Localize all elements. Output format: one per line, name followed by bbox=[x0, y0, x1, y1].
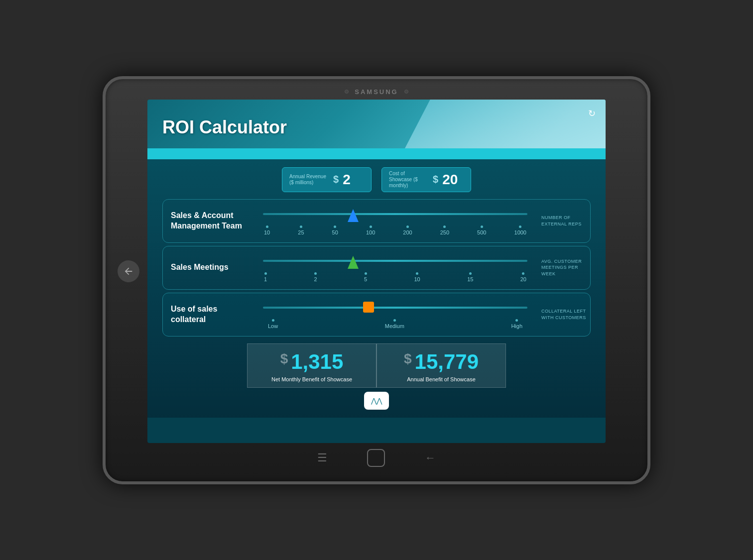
slider-track-container-sales-team[interactable] bbox=[263, 207, 527, 222]
result-monthly: $ 1,315 Net Monthly Benefit of Showcase bbox=[247, 343, 376, 388]
tick-m15: 15 bbox=[467, 272, 473, 282]
device-camera-left bbox=[345, 90, 349, 94]
menu-button[interactable]: ☰ bbox=[317, 451, 327, 464]
result-annual-dollar-row: $ 15,779 bbox=[404, 350, 479, 374]
tick-m5: 5 bbox=[364, 272, 367, 282]
results-row: $ 1,315 Net Monthly Benefit of Showcase … bbox=[162, 343, 591, 388]
back-nav-button[interactable]: ← bbox=[425, 451, 436, 464]
slider-thumb-sales-team[interactable] bbox=[348, 209, 359, 222]
tick-25: 25 bbox=[298, 225, 304, 235]
result-monthly-dollar: $ bbox=[280, 351, 288, 367]
slider-track-container-meetings[interactable] bbox=[263, 253, 527, 268]
app-header: ROI Calculator ↻ bbox=[147, 100, 606, 159]
annual-revenue-label: Annual Revenue ($ millions) bbox=[289, 174, 329, 186]
tick-medium: Medium bbox=[385, 319, 404, 329]
result-monthly-value: 1,315 bbox=[291, 350, 343, 374]
slider-thumb-meetings[interactable] bbox=[348, 256, 359, 269]
tick-high: High bbox=[511, 319, 522, 329]
slider-side-label-collateral: COLLATERAL LEFT WITH CUSTOMERS bbox=[535, 308, 590, 321]
app-content: Annual Revenue ($ millions) $ 2 Cost of … bbox=[147, 159, 606, 418]
slider-label-collateral: Use of sales collateral bbox=[163, 295, 255, 334]
device-brand: SAMSUNG bbox=[355, 88, 398, 96]
tick-1000: 1000 bbox=[514, 225, 526, 235]
slider-track-collateral bbox=[263, 307, 527, 309]
result-annual-label: Annual Benefit of Showcase bbox=[407, 376, 476, 383]
result-annual-value: 15,779 bbox=[415, 350, 479, 374]
cost-showcase-value: 20 bbox=[442, 172, 458, 188]
slider-label-sales-team: Sales & Account Management Team bbox=[163, 202, 255, 240]
annual-revenue-value: 2 bbox=[343, 172, 351, 188]
cost-showcase-dollar: $ bbox=[433, 174, 438, 185]
device-frame: SAMSUNG ROI Calculator ↻ bbox=[103, 76, 650, 484]
slider-section-sales-meetings: Sales Meetings 1 2 5 10 15 bbox=[162, 246, 591, 290]
input-row: Annual Revenue ($ millions) $ 2 Cost of … bbox=[162, 167, 591, 192]
home-button[interactable] bbox=[367, 449, 385, 467]
tick-10: 10 bbox=[264, 225, 270, 235]
refresh-button[interactable]: ↻ bbox=[584, 106, 600, 121]
tick-m2: 2 bbox=[314, 272, 317, 282]
tick-500: 500 bbox=[477, 225, 486, 235]
page-title: ROI Calculator bbox=[162, 116, 287, 137]
cost-showcase-label: Cost of Showcase ($ monthly) bbox=[389, 171, 429, 189]
annual-revenue-dollar: $ bbox=[333, 174, 339, 185]
tick-100: 100 bbox=[366, 225, 375, 235]
slider-ticks-meetings: 1 2 5 10 15 20 bbox=[263, 272, 527, 282]
slider-side-label-meetings: AVG. CUSTOMER MEETINGS PER WEEK bbox=[535, 258, 590, 277]
annual-revenue-input[interactable]: Annual Revenue ($ millions) $ 2 bbox=[282, 167, 372, 192]
slider-label-sales-meetings: Sales Meetings bbox=[163, 253, 255, 282]
slider-track-sales-team bbox=[263, 213, 527, 215]
screen: ROI Calculator ↻ Annual Revenue ($ milli… bbox=[147, 100, 606, 443]
cost-showcase-input[interactable]: Cost of Showcase ($ monthly) $ 20 bbox=[381, 167, 471, 192]
slider-thumb-collateral[interactable] bbox=[363, 302, 374, 313]
slider-section-collateral: Use of sales collateral Low Medium High bbox=[162, 293, 591, 336]
tick-m10: 10 bbox=[414, 272, 420, 282]
tick-50: 50 bbox=[332, 225, 338, 235]
result-monthly-label: Net Monthly Benefit of Showcase bbox=[271, 376, 352, 383]
device-bottom-bar: ☰ ← bbox=[106, 449, 647, 467]
slider-section-sales-team: Sales & Account Management Team 10 25 50… bbox=[162, 199, 591, 243]
slider-area-sales-team: 10 25 50 100 200 250 500 1000 bbox=[255, 200, 535, 242]
slider-track-container-collateral[interactable] bbox=[263, 300, 527, 315]
tick-m20: 20 bbox=[520, 272, 526, 282]
scroll-up-icon: ⋀⋀ bbox=[371, 397, 382, 404]
device-top-bar: SAMSUNG bbox=[106, 88, 647, 96]
result-annual-dollar: $ bbox=[404, 351, 412, 367]
result-annual: $ 15,779 Annual Benefit of Showcase bbox=[376, 343, 506, 388]
back-button[interactable] bbox=[118, 260, 139, 282]
header-teal-band bbox=[147, 148, 606, 159]
result-monthly-dollar-row: $ 1,315 bbox=[280, 350, 344, 374]
slider-side-label-sales-team: NUMBER OF EXTERNAL REPS bbox=[535, 215, 590, 227]
slider-track-meetings bbox=[263, 260, 527, 262]
slider-area-collateral: Low Medium High bbox=[255, 293, 535, 336]
slider-ticks-collateral: Low Medium High bbox=[263, 319, 527, 329]
scroll-up-area: ⋀⋀ bbox=[162, 392, 591, 410]
slider-ticks-sales-team: 10 25 50 100 200 250 500 1000 bbox=[263, 225, 527, 235]
tick-200: 200 bbox=[403, 225, 412, 235]
tick-m1: 1 bbox=[264, 272, 267, 282]
scroll-up-button[interactable]: ⋀⋀ bbox=[364, 392, 389, 410]
tick-low: Low bbox=[268, 319, 278, 329]
tick-250: 250 bbox=[440, 225, 449, 235]
device-camera-right bbox=[404, 90, 408, 94]
slider-area-sales-meetings: 1 2 5 10 15 20 bbox=[255, 246, 535, 289]
